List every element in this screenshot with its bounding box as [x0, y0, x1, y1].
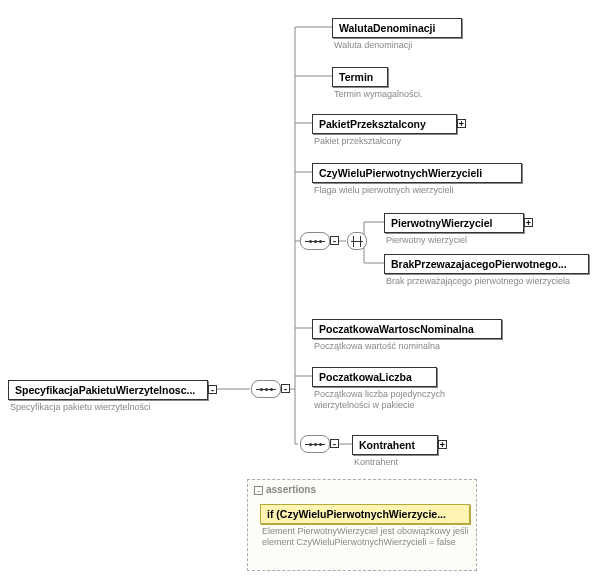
pocz-wartosc-caption: Początkowa wartość nominalna — [314, 341, 440, 352]
pakiet-przeksztalcony-expand[interactable]: + — [457, 119, 466, 128]
termin-label: Termin — [339, 71, 373, 83]
root-caption: Specyfikacja pakietu wierzytelności — [10, 402, 210, 413]
termin-caption: Termin wymagalności. — [334, 89, 423, 100]
pakiet-przeksztalcony-label: PakietPrzeksztalcony — [319, 118, 426, 130]
assertion-if-caption: Element PierwotnyWierzyciel jest obowiąz… — [262, 526, 472, 548]
seq-main-expand[interactable]: - — [281, 384, 290, 393]
pocz-liczba-element[interactable]: PoczatkowaLiczba — [312, 367, 437, 387]
brak-przewazajacego-caption: Brak przeważającego pierwotnego wierzyci… — [386, 276, 596, 287]
assertion-if-label: if (CzyWieluPierwotnychWierzycie... — [267, 508, 446, 520]
seq-main — [251, 380, 281, 398]
czy-wielu-element[interactable]: CzyWieluPierwotnychWierzycieli — [312, 163, 522, 183]
pocz-wartosc-label: PoczatkowaWartoscNominalna — [319, 323, 474, 335]
root-expand[interactable]: - — [208, 385, 217, 394]
root-label: SpecyfikacjaPakietuWierzytelnosc... — [15, 384, 195, 396]
brak-przewazajacego-element[interactable]: BrakPrzewazajacegoPierwotnego... — [384, 254, 589, 274]
pocz-liczba-caption: Początkowa liczba pojedynczych wierzytel… — [314, 389, 454, 411]
kontrahent-expand[interactable]: + — [438, 440, 447, 449]
root-element[interactable]: SpecyfikacjaPakietuWierzytelnosc... — [8, 380, 208, 400]
czy-wielu-label: CzyWieluPierwotnychWierzycieli — [319, 167, 482, 179]
seq-choice-expand[interactable]: - — [330, 236, 339, 245]
kontrahent-label: Kontrahent — [359, 439, 415, 451]
pierwotny-wierzyciel-element[interactable]: PierwotnyWierzyciel — [384, 213, 524, 233]
waluta-denominacji-label: WalutaDenominacji — [339, 22, 435, 34]
pocz-wartosc-element[interactable]: PoczatkowaWartoscNominalna — [312, 319, 502, 339]
pierwotny-wierzyciel-expand[interactable]: + — [524, 218, 533, 227]
czy-wielu-caption: Flaga wielu pierwotnych wierzycieli — [314, 185, 454, 196]
waluta-denominacji-caption: Waluta denominacji — [334, 40, 412, 51]
pierwotny-wierzyciel-label: PierwotnyWierzyciel — [391, 217, 492, 229]
pakiet-przeksztalcony-caption: Pakiet przekształcony — [314, 136, 401, 147]
kontrahent-caption: Kontrahent — [354, 457, 398, 468]
choice-compositor — [347, 232, 367, 250]
seq-kontrahent-expand[interactable]: - — [330, 439, 339, 448]
kontrahent-element[interactable]: Kontrahent — [352, 435, 438, 455]
pakiet-przeksztalcony-element[interactable]: PakietPrzeksztalcony — [312, 114, 457, 134]
pocz-liczba-label: PoczatkowaLiczba — [319, 371, 412, 383]
brak-przewazajacego-label: BrakPrzewazajacegoPierwotnego... — [391, 258, 567, 270]
assertion-if[interactable]: if (CzyWieluPierwotnychWierzycie... — [260, 504, 470, 524]
pierwotny-wierzyciel-caption: Pierwotny wierzyciel — [386, 235, 467, 246]
seq-kontrahent — [300, 435, 330, 453]
assertions-title-text: assertions — [266, 484, 316, 495]
waluta-denominacji-element[interactable]: WalutaDenominacji — [332, 18, 462, 38]
termin-element[interactable]: Termin — [332, 67, 388, 87]
seq-choice-wrap — [300, 232, 330, 250]
assertions-title: -assertions — [254, 484, 316, 495]
